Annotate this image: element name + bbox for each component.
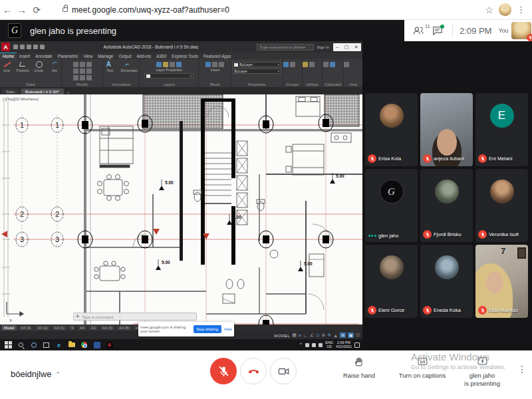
- tool-circle[interactable]: Circle: [32, 61, 45, 72]
- autocad-search-input[interactable]: Type a keyword or phrase: [257, 44, 314, 51]
- annotation-scale-icon[interactable]: ▲: [333, 333, 338, 338]
- modify-tools-icons[interactable]: [73, 62, 92, 80]
- tool-polyline[interactable]: Polyline: [16, 61, 29, 72]
- file-tab-start[interactable]: Start: [1, 88, 19, 94]
- osnap-toggle-icon[interactable]: ◇: [316, 332, 319, 338]
- quick-access-toolbar[interactable]: [13, 45, 45, 49]
- layout-tab-model[interactable]: Model: [1, 325, 17, 331]
- lineweight-toggle-icon[interactable]: ≣: [321, 332, 325, 338]
- linetype-dropdown[interactable]: ByLayer▾: [232, 68, 281, 74]
- layout-tab[interactable]: A4: [77, 325, 87, 331]
- isolate-icon[interactable]: ▣: [348, 332, 354, 338]
- participant-tile-eneda-koka[interactable]: Eneda Koka: [420, 245, 473, 318]
- tray-volume-icon[interactable]: [319, 343, 323, 347]
- ribbon-tab-a360[interactable]: A360: [154, 53, 169, 59]
- more-options-icon[interactable]: ⋮: [517, 364, 527, 374]
- drawing-window-controls[interactable]: – ▢ ✕: [333, 43, 361, 51]
- layout-tab[interactable]: A4 (1): [52, 325, 67, 331]
- camera-button[interactable]: [270, 358, 297, 384]
- workspace-icon[interactable]: ⚙: [340, 332, 346, 338]
- presenting-status-button[interactable]: glen jaho is presenting: [459, 356, 505, 388]
- chrome-icon[interactable]: [80, 340, 88, 349]
- action-center-icon[interactable]: [354, 342, 360, 348]
- ribbon-tab-express[interactable]: Express Tools: [169, 53, 201, 59]
- layout-tab[interactable]: 9: [68, 325, 76, 331]
- tray-display-icon[interactable]: [312, 343, 316, 347]
- groups-icons[interactable]: [283, 62, 302, 67]
- self-view-thumbnail[interactable]: [511, 22, 531, 39]
- raise-hand-button[interactable]: Raise hand: [336, 356, 382, 379]
- utilities-icons[interactable]: [303, 62, 321, 67]
- polar-toggle-icon[interactable]: ∠: [310, 332, 314, 338]
- participant-tile-anjeza-llubani[interactable]: anjeza llubani: [420, 93, 473, 166]
- clipboard-icons[interactable]: [323, 62, 342, 67]
- ribbon-tab-insert[interactable]: Insert: [17, 53, 33, 59]
- minimize-icon[interactable]: –: [336, 45, 338, 49]
- model-space-indicator[interactable]: MODEL: [274, 333, 290, 338]
- ribbon-tab-parametric[interactable]: Parametric: [55, 53, 81, 59]
- participants-button[interactable]: 11: [412, 26, 424, 35]
- color-dropdown[interactable]: ByLayer▾: [232, 62, 281, 67]
- participant-tile-veronika-isufi[interactable]: Veronika Isufi: [475, 169, 528, 242]
- participant-tile-erisa-kola[interactable]: Erisa Kola: [365, 93, 418, 166]
- leave-call-button[interactable]: [240, 358, 267, 384]
- ribbon-tab-addins[interactable]: Add-ins: [134, 53, 154, 59]
- tool-dimension[interactable]: ⌐Dimension: [119, 61, 139, 72]
- layout-tab[interactable]: A4 (3): [100, 325, 115, 331]
- sign-in-button[interactable]: Sign In: [317, 45, 329, 49]
- stop-sharing-button[interactable]: Stop sharing: [194, 325, 222, 333]
- photos-app-icon[interactable]: [92, 340, 101, 349]
- tool-arc[interactable]: Arc: [48, 61, 61, 72]
- layout-tab[interactable]: A4 (4): [18, 325, 33, 331]
- ribbon-tab-home[interactable]: Home: [0, 53, 17, 59]
- view-icons[interactable]: [344, 62, 362, 67]
- drawing-canvas[interactable]: 1 1 2 2 3 3: [0, 94, 362, 325]
- layout-tab[interactable]: A4 (8): [116, 325, 132, 331]
- edge-icon[interactable]: e: [55, 340, 63, 349]
- start-button-icon[interactable]: [4, 340, 13, 349]
- dynamic-input-icon[interactable]: ✛: [327, 332, 331, 338]
- restore-icon[interactable]: ▢: [344, 45, 349, 50]
- file-explorer-icon[interactable]: [67, 340, 76, 349]
- chat-button[interactable]: [432, 26, 443, 35]
- ribbon-tab-output[interactable]: Output: [116, 53, 134, 59]
- bookmark-star-icon[interactable]: ☆: [485, 5, 493, 15]
- snap-toggle-icon[interactable]: ≡: [299, 333, 301, 338]
- command-line-input[interactable]: ✛ Type a command: [73, 313, 197, 321]
- cortana-icon[interactable]: [29, 340, 38, 349]
- layout-tab[interactable]: A4 (2): [35, 325, 50, 331]
- ribbon-tab-view[interactable]: View: [81, 53, 96, 59]
- layer-dropdown[interactable]: ▾: [144, 73, 194, 78]
- tray-chevron-icon[interactable]: ⌃: [299, 342, 303, 348]
- file-tab-drawing[interactable]: Bulevardi i ri 9 Sh*: [21, 88, 64, 94]
- grid-toggle-icon[interactable]: ▦: [292, 332, 297, 338]
- language-indicator[interactable]: ENGUS: [325, 341, 333, 348]
- tool-insert-block[interactable]: Insert: [201, 61, 228, 72]
- participant-tile-glen-jaho[interactable]: G glen jaho: [365, 169, 418, 242]
- participant-tile-elda-mamoci[interactable]: 7 Elda Mamoci: [475, 245, 528, 318]
- new-drawing-tab-icon[interactable]: +: [64, 90, 73, 94]
- participant-tile-fjordi-brisku[interactable]: Fjordi Brisku: [420, 169, 473, 242]
- address-bar[interactable]: meet.google.com/uwq-xyzz-oaf?authuser=0: [72, 5, 229, 15]
- tool-line[interactable]: Line: [0, 61, 13, 72]
- participant-tile-eleni-gorce[interactable]: Eleni Gorce: [365, 245, 418, 318]
- layout-tab[interactable]: A2: [88, 325, 98, 331]
- tool-text[interactable]: AText: [103, 61, 116, 72]
- autocad-taskbar-icon[interactable]: A: [105, 340, 114, 349]
- search-icon[interactable]: [17, 340, 25, 349]
- browser-menu-icon[interactable]: ⋮: [517, 5, 525, 15]
- ribbon-tab-annotate[interactable]: Annotate: [33, 53, 55, 59]
- close-icon[interactable]: ✕: [354, 45, 358, 50]
- ribbon-tab-manage[interactable]: Manage: [95, 53, 116, 59]
- tool-layer-properties[interactable]: Layer Properties: [140, 61, 198, 72]
- back-icon[interactable]: ←: [0, 5, 15, 15]
- participant-tile-eni-metani[interactable]: E Eni Metani: [475, 93, 528, 166]
- autocad-app-icon[interactable]: A: [1, 43, 10, 51]
- hide-sharing-bar-link[interactable]: Hide: [224, 327, 232, 331]
- browser-profile-avatar[interactable]: [499, 3, 511, 16]
- task-view-icon[interactable]: [42, 340, 51, 349]
- microphone-muted-button[interactable]: [210, 358, 237, 384]
- viewport-controls-label[interactable]: [-][Top][2D Wireframe]: [3, 97, 39, 101]
- turn-on-captions-button[interactable]: Turn on captions: [396, 356, 449, 379]
- reload-icon[interactable]: ⟳: [29, 5, 44, 15]
